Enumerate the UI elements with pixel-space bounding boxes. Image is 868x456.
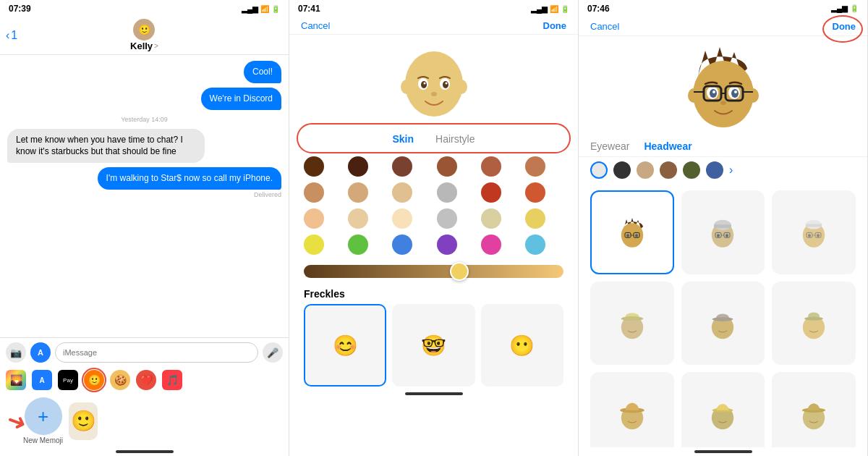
cancel-button-2[interactable]: Cancel [301,20,330,31]
svg-point-5 [421,81,427,88]
chevron-left-icon: ‹ [6,29,9,42]
color-dot[interactable] [304,182,324,203]
color-dot[interactable] [348,182,368,203]
color-dots-row: › [579,157,867,185]
svg-point-7 [423,83,425,85]
svg-point-24 [720,101,726,105]
memoji-peek: 🙂 [69,402,98,440]
red-app-icon[interactable]: ❤️ [136,370,156,390]
status-bar-1: 07:39 ▂▄▆ 📶 🔋 [0,0,289,16]
color-dot[interactable] [348,235,368,255]
camera-button[interactable]: 📷 [6,342,26,363]
color-dot[interactable] [437,235,457,255]
svg-point-2 [456,80,467,94]
headwear-item[interactable] [772,372,856,447]
memoji-bald-svg [398,42,470,122]
svg-point-0 [405,51,463,117]
skin-tone-slider-row [289,261,578,284]
cookie-icon[interactable]: 🍪 [110,370,130,390]
color-dot[interactable] [525,235,545,255]
contact-chevron: > [154,42,158,50]
memoji-icon-circled[interactable]: 🙂 [84,370,104,390]
message-input[interactable] [55,342,258,363]
color-dot-3[interactable] [706,161,723,179]
tabs-annotation-container: Skin Hairstyle [304,127,563,149]
color-dot[interactable] [392,182,412,203]
color-dot[interactable] [304,235,324,255]
color-dot-3[interactable] [683,161,700,179]
color-dot[interactable] [392,156,412,177]
skin-tone-slider[interactable] [304,265,563,278]
headwear-item[interactable] [590,282,674,366]
bubble-sent: Cool! [244,61,281,83]
svg-point-52 [712,317,733,321]
time-2: 07:41 [298,4,320,14]
freckle-option[interactable]: 🤓 [392,304,475,387]
delivered-status: Delivered [7,191,281,198]
color-dot[interactable] [437,156,457,177]
svg-point-16 [731,89,739,98]
color-dot-3[interactable] [590,161,608,179]
slider-thumb[interactable] [450,262,469,281]
color-dot[interactable] [525,182,545,203]
done-button-3[interactable]: Done [833,21,856,32]
done-button-2[interactable]: Done [543,20,567,31]
appstore-icon[interactable]: A [32,370,52,390]
headwear-item[interactable] [590,190,674,274]
color-dot[interactable] [525,208,545,229]
panel-headwear-editor: 07:46 ▂▄▆ 🔋 Cancel Done [579,0,868,456]
headwear-item[interactable] [772,282,856,366]
freckle-options-grid: 😊 🤓 😶 [289,304,578,387]
appstore-button[interactable]: A [30,342,51,363]
svg-point-55 [804,316,823,320]
applepay-icon[interactable]: Pay [58,370,78,390]
freckles-label: Freckles [289,284,578,304]
panel-imessage: 07:39 ▂▄▆ 📶 🔋 ‹ 1 🙂 Kelly > Cool! We're … [0,0,289,456]
color-dot[interactable] [481,235,501,255]
color-dot[interactable] [437,182,457,203]
svg-point-45 [808,234,811,237]
headwear-item[interactable] [590,372,674,447]
tab-eyewear[interactable]: Eyewear [590,140,629,152]
color-dot[interactable] [304,208,324,229]
color-dot[interactable] [481,208,501,229]
svg-point-37 [717,234,720,237]
editor-header: Cancel Done [289,16,578,35]
color-dot-3[interactable] [660,161,677,179]
back-button[interactable]: ‹ 1 [6,29,17,42]
nav-bar-1: ‹ 1 🙂 Kelly > [0,16,289,55]
skin-color-grid [289,156,578,261]
color-dot[interactable] [437,208,457,229]
headwear-item[interactable] [681,282,765,366]
color-dot[interactable] [481,182,501,203]
new-memoji-button[interactable]: + New Memoji [23,397,63,444]
headwear-item[interactable] [681,190,765,274]
color-dot-3[interactable] [613,161,631,179]
status-bar-3: 07:46 ▂▄▆ 🔋 [579,0,867,15]
music-icon[interactable]: 🎵 [162,370,182,390]
color-dot[interactable] [348,156,368,177]
color-dot[interactable] [304,156,324,177]
voice-button[interactable]: 🎤 [263,342,283,363]
photos-icon[interactable]: 🌄 [6,370,26,390]
freckle-option[interactable]: 😶 [481,304,563,387]
color-dot[interactable] [392,208,412,229]
svg-point-1 [401,80,412,94]
cancel-button-3[interactable]: Cancel [590,21,619,32]
color-dot[interactable] [348,208,368,229]
headwear-item[interactable] [772,190,856,274]
color-dot[interactable] [392,235,412,255]
more-colors-chevron[interactable]: › [729,164,733,177]
headwear-item[interactable] [681,372,765,447]
color-dot-3[interactable] [637,161,654,179]
tab-skin[interactable]: Skin [392,133,414,145]
bubble-sent: I'm walking to Star$ now so call my iPho… [98,167,281,190]
tab-hairstyle[interactable]: Hairstyle [435,133,475,145]
plus-circle[interactable]: + [25,397,62,435]
tab-headwear[interactable]: Headwear [644,140,692,152]
freckle-option[interactable]: 😊 [304,304,386,387]
color-dot[interactable] [481,156,501,177]
battery-icon-3: 🔋 [850,4,859,12]
svg-point-12 [747,88,759,103]
color-dot[interactable] [525,156,545,177]
